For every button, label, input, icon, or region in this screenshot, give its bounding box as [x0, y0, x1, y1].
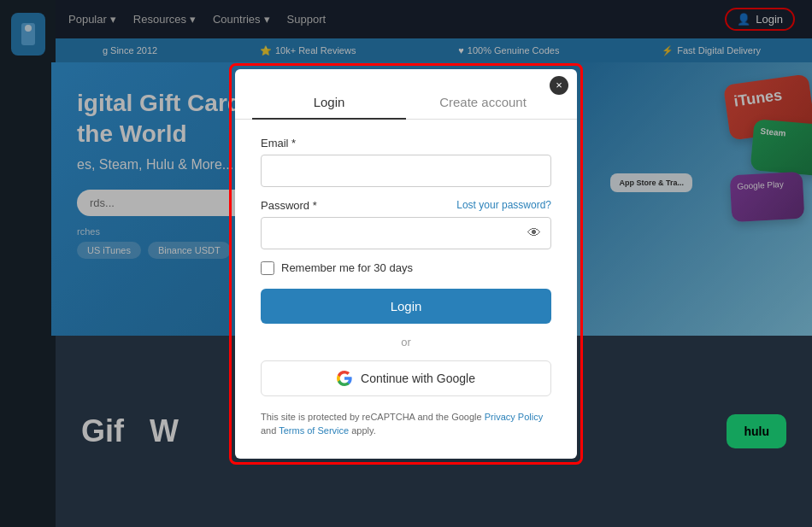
modal-body: Email * Password * Lost your password? 👁	[235, 120, 577, 459]
modal-tabs: Login Create account	[235, 69, 577, 120]
modal-red-border: × Login Create account Email *	[229, 63, 583, 465]
password-eye-icon[interactable]: 👁	[527, 225, 541, 241]
password-label: Password *	[261, 199, 317, 212]
google-signin-button[interactable]: Continue with Google	[261, 360, 551, 396]
privacy-policy-link[interactable]: Privacy Policy	[485, 412, 543, 422]
google-logo-icon	[337, 371, 352, 386]
login-button[interactable]: Login	[261, 289, 551, 324]
remember-checkbox[interactable]	[261, 261, 274, 275]
remember-label: Remember me for 30 days	[281, 261, 413, 274]
or-divider: or	[261, 336, 551, 348]
tab-create-account[interactable]: Create account	[406, 86, 560, 120]
email-label: Email *	[261, 137, 551, 149]
login-modal: × Login Create account Email *	[235, 69, 577, 459]
lost-password-link[interactable]: Lost your password?	[456, 199, 551, 211]
recaptcha-notice: This site is protected by reCAPTCHA and …	[261, 410, 551, 438]
password-field[interactable]	[261, 217, 551, 249]
modal-close-button[interactable]: ×	[550, 76, 568, 95]
terms-of-service-link[interactable]: Terms of Service	[279, 425, 351, 436]
email-field[interactable]	[261, 155, 551, 187]
tab-login[interactable]: Login	[252, 86, 406, 120]
password-wrapper: 👁	[261, 217, 551, 249]
remember-row: Remember me for 30 days	[261, 261, 551, 275]
password-row: Password * Lost your password?	[261, 199, 551, 212]
modal-overlay: × Login Create account Email *	[0, 0, 812, 527]
